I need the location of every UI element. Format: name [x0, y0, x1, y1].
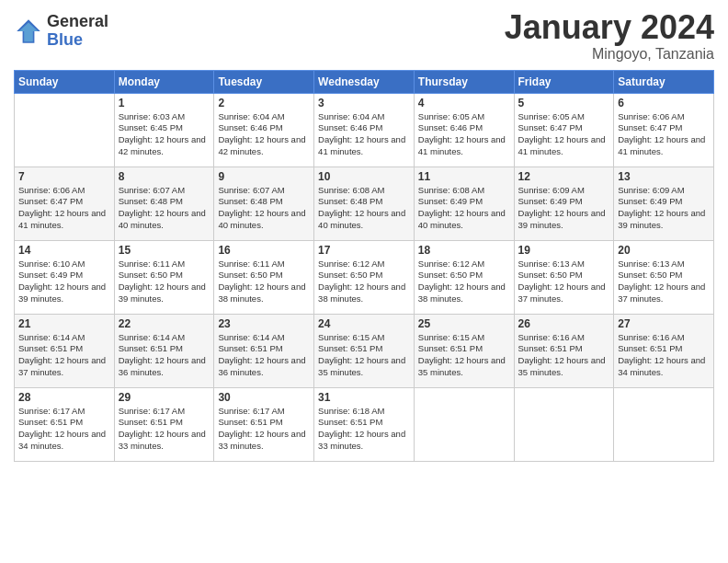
- calendar-cell: 16Sunrise: 6:11 AMSunset: 6:50 PMDayligh…: [214, 240, 314, 314]
- day-number: 22: [119, 317, 210, 330]
- day-number: 14: [18, 244, 110, 257]
- calendar-cell: 8Sunrise: 6:07 AMSunset: 6:48 PMDaylight…: [114, 167, 214, 240]
- calendar-cell: 4Sunrise: 6:05 AMSunset: 6:46 PMDaylight…: [414, 93, 514, 167]
- day-number: 20: [618, 244, 710, 257]
- day-number: 31: [318, 391, 410, 404]
- day-info: Sunrise: 6:05 AMSunset: 6:46 PMDaylight:…: [418, 111, 510, 158]
- day-info: Sunrise: 6:09 AMSunset: 6:49 PMDaylight:…: [518, 185, 610, 232]
- calendar-cell: 18Sunrise: 6:12 AMSunset: 6:50 PMDayligh…: [414, 240, 514, 314]
- calendar-cell: 12Sunrise: 6:09 AMSunset: 6:49 PMDayligh…: [514, 167, 614, 240]
- col-tuesday: Tuesday: [214, 70, 314, 93]
- calendar-week-1: 7Sunrise: 6:06 AMSunset: 6:47 PMDaylight…: [15, 167, 714, 240]
- day-number: 23: [218, 317, 310, 330]
- header: General Blue January 2024 Mingoyo, Tanza…: [14, 9, 714, 63]
- day-info: Sunrise: 6:17 AMSunset: 6:51 PMDaylight:…: [218, 406, 310, 453]
- day-info: Sunrise: 6:06 AMSunset: 6:47 PMDaylight:…: [618, 111, 710, 158]
- day-info: Sunrise: 6:16 AMSunset: 6:51 PMDaylight:…: [618, 332, 710, 379]
- day-info: Sunrise: 6:04 AMSunset: 6:46 PMDaylight:…: [218, 111, 310, 158]
- calendar-cell: 7Sunrise: 6:06 AMSunset: 6:47 PMDaylight…: [15, 167, 115, 240]
- day-number: 30: [218, 391, 310, 404]
- day-info: Sunrise: 6:03 AMSunset: 6:45 PMDaylight:…: [119, 111, 210, 158]
- day-number: 17: [318, 244, 410, 257]
- day-number: 13: [618, 170, 710, 183]
- day-number: 26: [518, 317, 610, 330]
- day-number: 18: [418, 244, 510, 257]
- day-number: 8: [119, 170, 210, 183]
- day-info: Sunrise: 6:09 AMSunset: 6:49 PMDaylight:…: [618, 185, 710, 232]
- col-sunday: Sunday: [15, 70, 115, 93]
- calendar-cell: 1Sunrise: 6:03 AMSunset: 6:45 PMDaylight…: [114, 93, 214, 167]
- day-number: 6: [618, 97, 710, 109]
- day-info: Sunrise: 6:18 AMSunset: 6:51 PMDaylight:…: [318, 406, 410, 453]
- page-container: General Blue January 2024 Mingoyo, Tanza…: [0, 0, 728, 471]
- calendar-cell: 19Sunrise: 6:13 AMSunset: 6:50 PMDayligh…: [514, 240, 614, 314]
- day-number: 28: [18, 391, 110, 404]
- day-info: Sunrise: 6:14 AMSunset: 6:51 PMDaylight:…: [119, 332, 210, 379]
- calendar-cell: 29Sunrise: 6:17 AMSunset: 6:51 PMDayligh…: [114, 387, 214, 461]
- col-wednesday: Wednesday: [314, 70, 415, 93]
- calendar-week-3: 21Sunrise: 6:14 AMSunset: 6:51 PMDayligh…: [15, 314, 714, 387]
- calendar-cell: 28Sunrise: 6:17 AMSunset: 6:51 PMDayligh…: [15, 387, 115, 461]
- day-info: Sunrise: 6:06 AMSunset: 6:47 PMDaylight:…: [18, 185, 110, 232]
- day-number: 10: [318, 170, 410, 183]
- location-subtitle: Mingoyo, Tanzania: [505, 46, 714, 63]
- logo-icon: [14, 17, 43, 46]
- day-info: Sunrise: 6:11 AMSunset: 6:50 PMDaylight:…: [119, 259, 210, 305]
- logo: General Blue: [14, 13, 108, 50]
- day-info: Sunrise: 6:12 AMSunset: 6:50 PMDaylight:…: [418, 259, 510, 305]
- day-info: Sunrise: 6:14 AMSunset: 6:51 PMDaylight:…: [218, 332, 310, 379]
- day-info: Sunrise: 6:13 AMSunset: 6:50 PMDaylight:…: [618, 259, 710, 305]
- calendar-cell: 15Sunrise: 6:11 AMSunset: 6:50 PMDayligh…: [114, 240, 214, 314]
- calendar-cell: 20Sunrise: 6:13 AMSunset: 6:50 PMDayligh…: [614, 240, 714, 314]
- day-number: 27: [618, 317, 710, 330]
- day-info: Sunrise: 6:15 AMSunset: 6:51 PMDaylight:…: [418, 332, 510, 379]
- calendar-week-0: 1Sunrise: 6:03 AMSunset: 6:45 PMDaylight…: [15, 93, 714, 167]
- day-info: Sunrise: 6:08 AMSunset: 6:48 PMDaylight:…: [318, 185, 410, 232]
- day-info: Sunrise: 6:17 AMSunset: 6:51 PMDaylight:…: [119, 406, 210, 453]
- day-number: 12: [518, 170, 610, 183]
- calendar-cell: 3Sunrise: 6:04 AMSunset: 6:46 PMDaylight…: [314, 93, 415, 167]
- calendar-cell: 31Sunrise: 6:18 AMSunset: 6:51 PMDayligh…: [314, 387, 415, 461]
- day-number: 19: [518, 244, 610, 257]
- calendar-cell: 13Sunrise: 6:09 AMSunset: 6:49 PMDayligh…: [614, 167, 714, 240]
- day-info: Sunrise: 6:07 AMSunset: 6:48 PMDaylight:…: [119, 185, 210, 232]
- calendar-cell: [414, 387, 514, 461]
- col-monday: Monday: [114, 70, 214, 93]
- day-number: 1: [119, 97, 210, 109]
- calendar-cell: 24Sunrise: 6:15 AMSunset: 6:51 PMDayligh…: [314, 314, 415, 387]
- col-saturday: Saturday: [614, 70, 714, 93]
- calendar-cell: [15, 93, 115, 167]
- day-info: Sunrise: 6:13 AMSunset: 6:50 PMDaylight:…: [518, 259, 610, 305]
- day-info: Sunrise: 6:11 AMSunset: 6:50 PMDaylight:…: [218, 259, 310, 305]
- day-number: 3: [318, 97, 410, 109]
- calendar-cell: 17Sunrise: 6:12 AMSunset: 6:50 PMDayligh…: [314, 240, 415, 314]
- day-number: 25: [418, 317, 510, 330]
- calendar-table: Sunday Monday Tuesday Wednesday Thursday…: [14, 70, 714, 462]
- logo-text: General Blue: [47, 13, 108, 50]
- calendar-cell: 26Sunrise: 6:16 AMSunset: 6:51 PMDayligh…: [514, 314, 614, 387]
- day-number: 21: [18, 317, 110, 330]
- day-number: 9: [218, 170, 310, 183]
- calendar-cell: 2Sunrise: 6:04 AMSunset: 6:46 PMDaylight…: [214, 93, 314, 167]
- calendar-cell: 23Sunrise: 6:14 AMSunset: 6:51 PMDayligh…: [214, 314, 314, 387]
- calendar-cell: 21Sunrise: 6:14 AMSunset: 6:51 PMDayligh…: [15, 314, 115, 387]
- logo-blue: Blue: [47, 31, 108, 50]
- calendar-cell: [514, 387, 614, 461]
- logo-general: General: [47, 13, 108, 31]
- day-info: Sunrise: 6:12 AMSunset: 6:50 PMDaylight:…: [318, 259, 410, 305]
- calendar-week-2: 14Sunrise: 6:10 AMSunset: 6:49 PMDayligh…: [15, 240, 714, 314]
- col-friday: Friday: [514, 70, 614, 93]
- calendar-cell: 30Sunrise: 6:17 AMSunset: 6:51 PMDayligh…: [214, 387, 314, 461]
- day-info: Sunrise: 6:05 AMSunset: 6:47 PMDaylight:…: [518, 111, 610, 158]
- title-section: January 2024 Mingoyo, Tanzania: [505, 9, 714, 63]
- calendar-cell: 14Sunrise: 6:10 AMSunset: 6:49 PMDayligh…: [15, 240, 115, 314]
- calendar-cell: [614, 387, 714, 461]
- header-row: Sunday Monday Tuesday Wednesday Thursday…: [15, 70, 714, 93]
- day-number: 29: [119, 391, 210, 404]
- day-number: 5: [518, 97, 610, 109]
- day-number: 4: [418, 97, 510, 109]
- svg-marker-1: [19, 22, 39, 41]
- day-info: Sunrise: 6:08 AMSunset: 6:49 PMDaylight:…: [418, 185, 510, 232]
- day-info: Sunrise: 6:10 AMSunset: 6:49 PMDaylight:…: [18, 259, 110, 305]
- day-number: 2: [218, 97, 310, 109]
